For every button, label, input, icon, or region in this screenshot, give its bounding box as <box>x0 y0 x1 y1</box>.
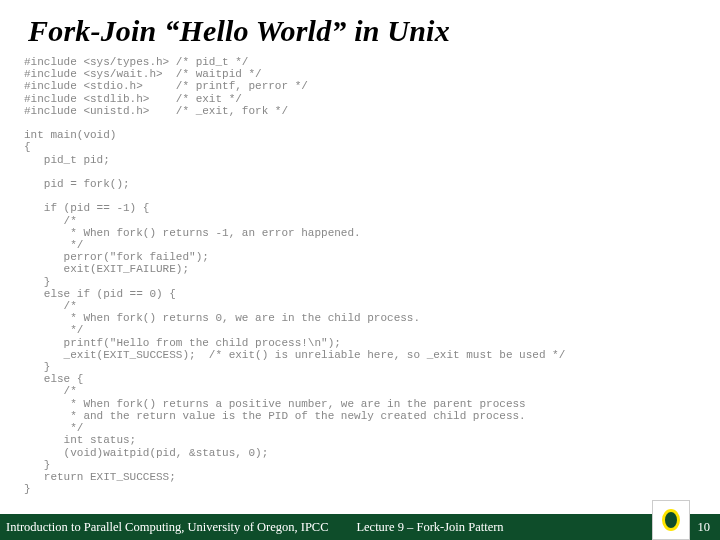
oregon-o-icon <box>662 509 680 531</box>
footer-left: Introduction to Parallel Computing, Univ… <box>0 520 329 535</box>
slide-title: Fork-Join “Hello World” in Unix <box>0 0 720 48</box>
page-number: 10 <box>698 520 711 535</box>
university-logo <box>652 500 690 540</box>
code-block: #include <sys/types.h> /* pid_t */ #incl… <box>0 56 720 495</box>
footer-center: Lecture 9 – Fork-Join Pattern <box>356 520 503 534</box>
slide: Fork-Join “Hello World” in Unix #include… <box>0 0 720 540</box>
footer-bar: Introduction to Parallel Computing, Univ… <box>0 514 720 540</box>
